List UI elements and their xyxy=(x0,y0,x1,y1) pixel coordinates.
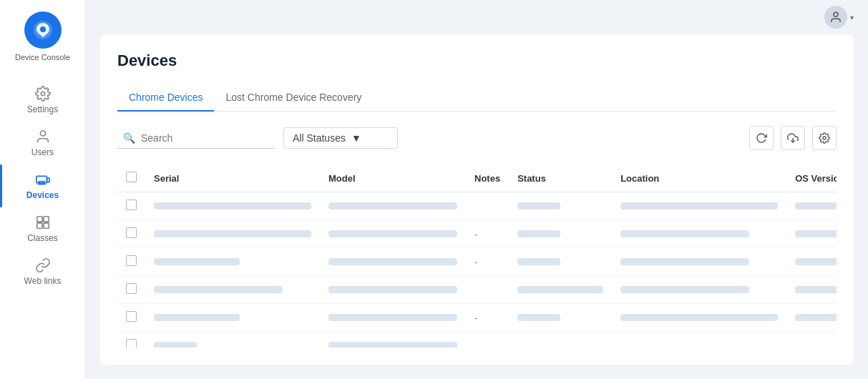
cell-serial xyxy=(145,220,320,248)
cell-notes xyxy=(466,276,509,304)
serial-skeleton xyxy=(154,230,311,237)
cell-location xyxy=(612,332,786,348)
toolbar-actions xyxy=(749,126,837,150)
sidebar-weblinks-label: Web links xyxy=(24,276,62,286)
svg-point-1 xyxy=(40,26,46,32)
cell-os-version xyxy=(786,248,837,276)
sidebar-devices-label: Devices xyxy=(26,190,59,200)
cell-location xyxy=(612,276,786,304)
tab-lost-recovery[interactable]: Lost Chrome Device Recovery xyxy=(214,84,373,112)
svg-point-2 xyxy=(41,92,45,96)
topbar: ▾ xyxy=(86,0,868,34)
page-title: Devices xyxy=(117,51,837,70)
os-skeleton xyxy=(795,314,837,321)
sidebar-users-label: Users xyxy=(31,147,54,157)
svg-rect-8 xyxy=(36,217,42,222)
settings-icon xyxy=(35,86,51,102)
table-row[interactable]: - xyxy=(117,304,837,332)
devices-table: Serial Model Notes Status Location OS Ve… xyxy=(117,164,837,348)
cell-model xyxy=(320,248,466,276)
sidebar-settings-label: Settings xyxy=(27,104,58,114)
status-skeleton xyxy=(517,286,603,293)
cell-status xyxy=(509,192,612,220)
row-checkbox[interactable] xyxy=(126,200,137,210)
location-skeleton xyxy=(620,202,778,210)
status-skeleton xyxy=(517,314,560,321)
status-filter-label: All Statuses xyxy=(293,132,346,144)
notes-dash: - xyxy=(474,312,477,323)
os-skeleton xyxy=(795,286,837,293)
settings-button[interactable] xyxy=(812,126,837,150)
cell-notes xyxy=(466,192,509,220)
col-notes: Notes xyxy=(466,164,509,192)
sidebar-item-users[interactable]: Users xyxy=(0,122,85,164)
os-skeleton xyxy=(795,258,837,265)
col-serial: Serial xyxy=(145,164,320,192)
location-skeleton xyxy=(620,230,749,237)
select-all-checkbox[interactable] xyxy=(126,172,137,182)
cell-serial xyxy=(145,276,320,304)
user-menu-chevron[interactable]: ▾ xyxy=(850,14,854,21)
toolbar: 🔍 All Statuses ▼ xyxy=(117,126,837,150)
table-row[interactable] xyxy=(117,332,837,348)
cell-status xyxy=(509,220,612,248)
model-skeleton xyxy=(328,342,457,348)
col-status: Status xyxy=(509,164,612,192)
cell-notes xyxy=(466,332,509,348)
row-checkbox[interactable] xyxy=(126,255,137,266)
os-skeleton xyxy=(795,202,837,210)
cell-serial xyxy=(145,248,320,276)
weblinks-icon xyxy=(35,257,51,273)
svg-rect-9 xyxy=(43,217,48,222)
col-location: Location xyxy=(612,164,786,192)
user-avatar[interactable] xyxy=(824,6,847,29)
refresh-button[interactable] xyxy=(749,126,774,150)
tab-chrome-devices[interactable]: Chrome Devices xyxy=(117,84,214,112)
notes-dash: - xyxy=(474,229,477,240)
svg-rect-10 xyxy=(36,223,42,228)
table-row[interactable]: - xyxy=(117,220,837,248)
cell-os-version xyxy=(786,332,837,348)
col-checkbox xyxy=(117,164,145,192)
sidebar-item-weblinks[interactable]: Web links xyxy=(0,250,85,293)
col-os: OS Version xyxy=(786,164,837,192)
location-skeleton xyxy=(620,258,749,265)
devices-table-wrap: Serial Model Notes Status Location OS Ve… xyxy=(117,164,837,348)
content-panel: Devices Chrome Devices Lost Chrome Devic… xyxy=(100,34,854,365)
sidebar-item-classes[interactable]: Classes xyxy=(0,207,85,250)
cell-model xyxy=(320,220,466,248)
sidebar-item-devices[interactable]: Devices xyxy=(0,164,85,207)
search-icon: 🔍 xyxy=(123,132,135,144)
col-model: Model xyxy=(320,164,466,192)
status-skeleton xyxy=(517,230,560,237)
search-input[interactable] xyxy=(141,132,269,144)
status-dropdown-chevron: ▼ xyxy=(351,132,361,144)
sidebar-item-settings[interactable]: Settings xyxy=(0,79,85,122)
cell-model xyxy=(320,332,466,348)
svg-point-12 xyxy=(834,12,838,16)
cell-os-version xyxy=(786,192,837,220)
row-checkbox[interactable] xyxy=(126,311,137,322)
cell-notes: - xyxy=(466,304,509,332)
devices-icon xyxy=(35,172,51,187)
cell-location xyxy=(612,220,786,248)
sidebar: Device Console Settings Users Devices xyxy=(0,0,86,379)
main-content: ▾ Devices Chrome Devices Lost Chrome Dev… xyxy=(86,0,868,379)
status-filter-dropdown[interactable]: All Statuses ▼ xyxy=(283,127,398,149)
status-skeleton xyxy=(517,202,560,210)
row-checkbox[interactable] xyxy=(126,283,137,294)
export-button[interactable] xyxy=(781,126,805,150)
table-row[interactable] xyxy=(117,276,837,304)
location-skeleton xyxy=(620,314,778,321)
cell-serial xyxy=(145,304,320,332)
table-row[interactable] xyxy=(117,192,837,220)
model-skeleton xyxy=(328,202,457,210)
gear-icon xyxy=(819,132,830,144)
row-checkbox[interactable] xyxy=(126,227,137,238)
location-skeleton xyxy=(620,286,749,293)
row-checkbox[interactable] xyxy=(126,339,137,348)
table-row[interactable]: - xyxy=(117,248,837,276)
sidebar-classes-label: Classes xyxy=(27,233,58,243)
classes-icon xyxy=(35,215,51,230)
cell-location xyxy=(612,248,786,276)
